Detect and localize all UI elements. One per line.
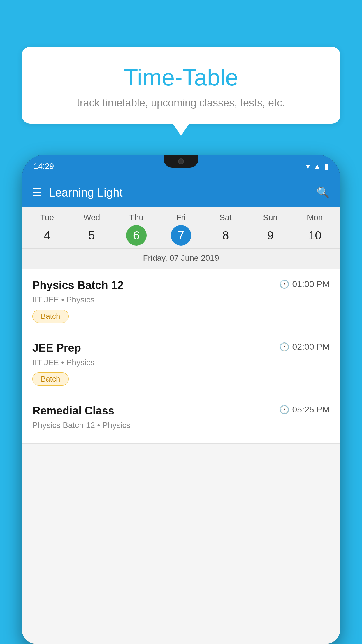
event-time-label-3: 05:25 PM	[292, 405, 330, 414]
volume-button	[22, 228, 22, 251]
calendar-strip: Tue 4 Wed 5 Thu 6 Fri 7 Sat 8	[22, 207, 340, 269]
phone-frame: 14:29 ▾ ▲ ▮ ☰ Learning Light 🔍 Tue 4 Wed	[22, 155, 340, 644]
app-bar-left: ☰ Learning Light	[32, 186, 123, 199]
event-time-3: 🕐 05:25 PM	[279, 405, 330, 414]
tooltip-title: Time-Table	[36, 64, 326, 91]
day-col-fri[interactable]: Fri 7	[159, 213, 203, 246]
event-header-2: JEE Prep 🕐 02:00 PM	[32, 342, 330, 354]
event-time-2: 🕐 02:00 PM	[279, 342, 330, 352]
day-col-wed[interactable]: Wed 5	[69, 213, 114, 246]
front-camera	[178, 158, 184, 164]
signal-icon: ▲	[313, 162, 321, 171]
batch-badge-2: Batch	[32, 372, 69, 386]
clock-icon-2: 🕐	[279, 342, 289, 352]
day-num-tue: 4	[37, 225, 57, 246]
event-card-1[interactable]: Physics Batch 12 🕐 01:00 PM IIT JEE • Ph…	[22, 269, 340, 331]
batch-badge-1: Batch	[32, 310, 69, 323]
menu-icon[interactable]: ☰	[32, 186, 42, 199]
event-meta-2: IIT JEE • Physics	[32, 358, 330, 367]
events-list: Physics Batch 12 🕐 01:00 PM IIT JEE • Ph…	[22, 269, 340, 444]
day-name-sun: Sun	[263, 213, 277, 222]
event-meta-3: Physics Batch 12 • Physics	[32, 421, 330, 430]
day-name-tue: Tue	[40, 213, 54, 222]
day-name-sat: Sat	[219, 213, 232, 222]
event-header-1: Physics Batch 12 🕐 01:00 PM	[32, 279, 330, 292]
day-col-tue[interactable]: Tue 4	[25, 213, 69, 246]
search-icon[interactable]: 🔍	[317, 186, 330, 199]
day-col-sun[interactable]: Sun 9	[248, 213, 293, 246]
event-name-3: Remedial Class	[32, 405, 114, 417]
day-name-fri: Fri	[176, 213, 186, 222]
days-row: Tue 4 Wed 5 Thu 6 Fri 7 Sat 8	[22, 213, 340, 246]
day-name-thu: Thu	[129, 213, 143, 222]
status-icons: ▾ ▲ ▮	[306, 162, 328, 171]
day-num-wed: 5	[82, 225, 102, 246]
event-meta-1: IIT JEE • Physics	[32, 295, 330, 304]
day-num-fri: 7	[171, 225, 191, 246]
day-col-thu[interactable]: Thu 6	[114, 213, 159, 246]
tooltip-subtitle: track timetable, upcoming classes, tests…	[36, 97, 326, 109]
day-num-sat: 8	[215, 225, 236, 246]
day-name-mon: Mon	[307, 213, 323, 222]
status-bar: 14:29 ▾ ▲ ▮	[22, 155, 340, 178]
clock-icon-3: 🕐	[279, 405, 289, 414]
day-col-mon[interactable]: Mon 10	[293, 213, 337, 246]
phone-content: Tue 4 Wed 5 Thu 6 Fri 7 Sat 8	[22, 207, 340, 644]
event-time-label-1: 01:00 PM	[292, 279, 330, 289]
event-name-1: Physics Batch 12	[32, 279, 124, 292]
event-card-3[interactable]: Remedial Class 🕐 05:25 PM Physics Batch …	[22, 394, 340, 444]
event-header-3: Remedial Class 🕐 05:25 PM	[32, 405, 330, 417]
app-bar: ☰ Learning Light 🔍	[22, 178, 340, 207]
event-name-2: JEE Prep	[32, 342, 81, 354]
day-num-sun: 9	[260, 225, 280, 246]
tooltip-card: Time-Table track timetable, upcoming cla…	[22, 47, 340, 124]
battery-icon: ▮	[324, 162, 328, 171]
event-time-label-2: 02:00 PM	[292, 342, 330, 352]
day-num-mon: 10	[305, 225, 325, 246]
power-button	[340, 219, 340, 254]
event-card-2[interactable]: JEE Prep 🕐 02:00 PM IIT JEE • Physics Ba…	[22, 331, 340, 394]
wifi-icon: ▾	[306, 162, 310, 171]
notch	[164, 155, 198, 168]
day-name-wed: Wed	[83, 213, 100, 222]
day-col-sat[interactable]: Sat 8	[203, 213, 248, 246]
selected-date-label: Friday, 07 June 2019	[22, 249, 340, 269]
app-title: Learning Light	[49, 186, 123, 199]
day-num-thu: 6	[126, 225, 147, 246]
event-time-1: 🕐 01:00 PM	[279, 279, 330, 289]
status-time: 14:29	[34, 162, 54, 171]
clock-icon-1: 🕐	[279, 279, 289, 289]
